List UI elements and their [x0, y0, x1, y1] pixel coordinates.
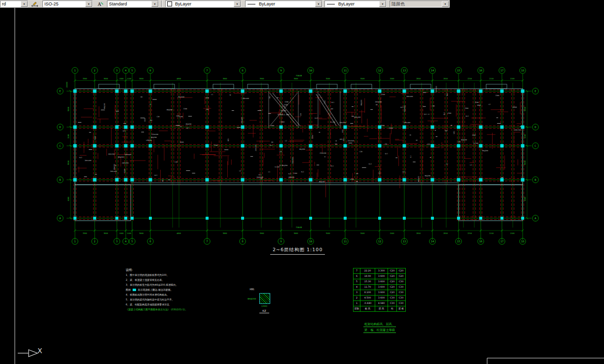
toolbar-separator — [161, 0, 162, 7]
svg-text:L1: L1 — [410, 156, 412, 158]
level-table-cell: 3.600 — [375, 279, 388, 285]
svg-text:1100: 1100 — [127, 78, 131, 80]
svg-text:C20: C20 — [175, 161, 178, 163]
svg-text:3000: 3000 — [294, 232, 298, 234]
level-table-cell: 3.600 — [375, 274, 388, 279]
svg-text:250×600: 250×600 — [320, 152, 326, 154]
text-style-icon: A — [97, 1, 104, 7]
svg-text:250×600: 250×600 — [241, 117, 243, 124]
svg-text:L2: L2 — [180, 126, 182, 128]
svg-text:LT1: LT1 — [282, 106, 285, 108]
drawing-title: 2~6层结构图 1:100 — [270, 247, 325, 255]
dim-style-combo[interactable]: ISO-25 ▼ — [42, 0, 93, 7]
level-table-cell: 标 高 — [360, 306, 375, 312]
svg-text:8: 8 — [242, 69, 243, 72]
svg-text:KL3: KL3 — [465, 115, 468, 117]
slab-legend-swatch — [133, 289, 136, 291]
svg-text:200×400: 200×400 — [404, 122, 411, 124]
svg-text:3500: 3500 — [326, 232, 330, 234]
svg-text:XB1: XB1 — [340, 138, 343, 140]
color-value: ByLayer — [174, 1, 234, 7]
svg-text:8: 8 — [242, 240, 243, 243]
svg-text:15: 15 — [457, 69, 461, 72]
svg-text:KL2: KL2 — [288, 173, 291, 175]
svg-text:2100: 2100 — [510, 78, 515, 80]
level-table-cell: 层 高 — [375, 306, 388, 312]
svg-text:1500: 1500 — [148, 139, 152, 141]
dropdown-arrow-icon[interactable]: ▼ — [315, 1, 322, 7]
svg-text:20190: 20190 — [66, 82, 68, 88]
svg-text:17: 17 — [500, 240, 504, 243]
svg-text:3500: 3500 — [326, 78, 330, 80]
svg-text:XB1: XB1 — [227, 138, 229, 141]
svg-text:3000: 3000 — [294, 78, 298, 80]
level-table-cell: 层数 — [354, 306, 360, 312]
svg-text:1500: 1500 — [381, 94, 385, 96]
level-table-footer-row: 层数标 高层 高柱梁 板 — [354, 306, 406, 312]
partial-style-combo[interactable]: rd ▼ — [0, 0, 28, 7]
model-space-canvas[interactable]: 1122334455667788991010111112121313141415… — [0, 0, 604, 364]
dropdown-arrow-icon[interactable]: ▼ — [379, 1, 386, 7]
svg-text:h=100: h=100 — [473, 142, 478, 144]
dropdown-arrow-icon[interactable]: ▼ — [234, 1, 241, 7]
svg-text:C20: C20 — [300, 113, 302, 116]
svg-text:Φ6@200: Φ6@200 — [104, 103, 106, 109]
level-table-caption-line2: 梁、板、柱混凝土等级 — [363, 327, 396, 333]
dropdown-arrow-icon[interactable]: ▼ — [151, 1, 158, 7]
svg-text:QL1: QL1 — [343, 138, 345, 141]
dropdown-arrow-icon[interactable]: ▼ — [85, 1, 92, 7]
dropdown-arrow-icon[interactable]: ▼ — [21, 1, 28, 7]
level-table-cell: 3.600 — [375, 285, 388, 290]
level-table-caption-line1: 框架结构标高、层高、 — [363, 321, 396, 327]
svg-text:9: 9 — [280, 69, 282, 72]
svg-text:200×400: 200×400 — [406, 96, 413, 98]
text-style-combo[interactable]: Standard ▼ — [107, 0, 159, 7]
level-table-cell: C30 — [397, 301, 406, 306]
svg-text:5800: 5800 — [68, 107, 70, 111]
lineweight-line-icon — [327, 4, 335, 4]
note-line: 《混凝土结构施工图平面整体表示方法》 (03G101-1)。 — [126, 307, 244, 312]
svg-text:2150: 2150 — [489, 78, 494, 80]
svg-text:3300: 3300 — [94, 136, 96, 140]
svg-text:KL3: KL3 — [400, 106, 403, 108]
svg-text:3300: 3300 — [214, 144, 218, 146]
dim-style-manager-button[interactable] — [29, 0, 40, 7]
svg-text:250×600: 250×600 — [404, 105, 406, 112]
svg-text:LB1: LB1 — [342, 130, 344, 132]
level-table-row: 515.303.600C20C30 — [354, 279, 406, 285]
level-table-cell: 1 — [354, 301, 360, 306]
svg-text:200×400: 200×400 — [354, 116, 361, 118]
lineweight-combo[interactable]: ByLayer ▼ — [324, 0, 387, 7]
level-table-cell: C30 — [388, 296, 397, 301]
svg-text:QL1: QL1 — [385, 153, 388, 155]
level-table-cell: 3.300 — [375, 268, 388, 274]
text-style-manager-button[interactable]: A — [94, 0, 106, 7]
svg-text:9: 9 — [280, 240, 282, 243]
level-table-row: 411.703.600C20C30 — [354, 285, 406, 290]
svg-text:QL1: QL1 — [379, 171, 381, 174]
svg-text:200×400: 200×400 — [85, 160, 92, 162]
svg-text:Φ6@200: Φ6@200 — [151, 136, 157, 138]
svg-text:h=100: h=100 — [275, 166, 280, 168]
svg-text:h=100: h=100 — [281, 110, 286, 112]
svg-text:3600: 3600 — [223, 78, 227, 80]
linetype-line-icon — [248, 4, 255, 4]
svg-text:C20: C20 — [359, 151, 362, 153]
toolbar: rd ▼ ISO-25 ▼ A Standard ▼ ByLayer ▼ ByL… — [0, 0, 450, 8]
svg-text:A: A — [534, 217, 536, 220]
svg-text:3300: 3300 — [183, 108, 187, 110]
level-table-cell: C20 — [388, 268, 397, 274]
svg-text:250×600: 250×600 — [348, 140, 355, 142]
level-table-cell: C20 — [388, 285, 397, 290]
svg-text:5: 5 — [131, 69, 133, 72]
level-table-cell: C30 — [397, 285, 406, 290]
svg-text:5800: 5800 — [524, 107, 526, 111]
svg-text:1: 1 — [74, 240, 75, 243]
svg-text:Φ6@200: Φ6@200 — [113, 164, 115, 170]
linetype-combo[interactable]: ByLayer ▼ — [245, 0, 322, 7]
color-combo[interactable]: ByLayer ▼ — [165, 0, 241, 7]
svg-text:Φ6@200: Φ6@200 — [461, 139, 467, 141]
note-line: 图例 表示现浇板上翻边,做法详建施。 — [126, 287, 244, 292]
level-table-cell: 3.600 — [375, 290, 388, 296]
level-table-cell: 梁 板 — [397, 306, 406, 312]
